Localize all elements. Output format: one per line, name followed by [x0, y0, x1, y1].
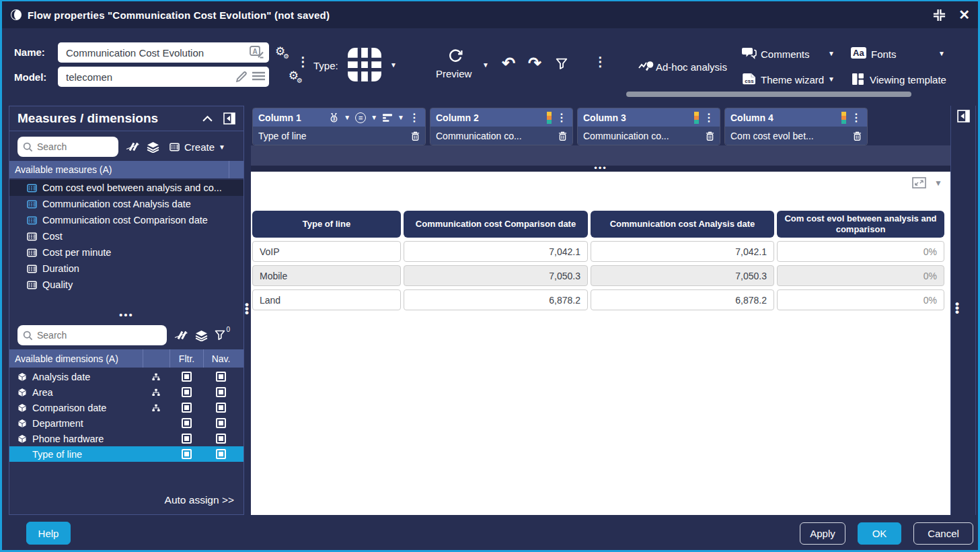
nav-checkbox[interactable] — [216, 387, 226, 397]
comments-icon[interactable] — [742, 47, 757, 60]
ranking-caret-icon[interactable]: ▼ — [344, 114, 350, 121]
theme-wizard-css-icon[interactable]: css — [742, 73, 757, 85]
panel-collapse-left-icon[interactable] — [223, 112, 235, 125]
dimensions-layers-icon[interactable] — [195, 330, 208, 341]
column-chip[interactable]: Column 3 ⋮ Communication co... — [577, 108, 720, 145]
nav-checkbox[interactable] — [216, 434, 226, 444]
preview-refresh-icon[interactable] — [447, 47, 463, 63]
color-scale-icon[interactable] — [841, 112, 846, 124]
ok-button[interactable]: OK — [858, 522, 901, 545]
toolbar-horizontal-scrollbar[interactable] — [626, 92, 911, 97]
trash-icon[interactable] — [853, 131, 862, 141]
fltr-checkbox[interactable] — [182, 449, 192, 459]
nav-checkbox[interactable] — [216, 403, 226, 413]
cancel-button[interactable]: Cancel — [913, 522, 973, 545]
aggregation-icon[interactable]: = — [355, 112, 366, 123]
adhoc-analysis-icon[interactable] — [638, 59, 656, 73]
hide-unused-measures-icon[interactable] — [125, 141, 140, 152]
list-item[interactable]: Cost per minute — [9, 244, 243, 261]
list-item[interactable]: Comparison date — [9, 400, 243, 415]
close-icon[interactable]: ✕ — [958, 8, 970, 22]
preview-options-caret-icon[interactable]: ▼ — [934, 178, 942, 188]
fonts-button[interactable]: Fonts — [871, 48, 897, 60]
trash-icon[interactable] — [706, 131, 714, 141]
comments-caret-icon[interactable]: ▼ — [828, 50, 835, 57]
theme-wizard-button[interactable]: Theme wizard — [761, 74, 824, 85]
translate-icon[interactable]: A — [250, 46, 264, 59]
list-item[interactable]: Communication cost Analysis date — [9, 196, 243, 212]
fltr-checkbox[interactable] — [182, 387, 192, 397]
create-measure-button[interactable]: Create ▼ — [169, 141, 225, 153]
adhoc-analysis-button[interactable]: Ad-hoc analysis — [656, 61, 727, 73]
fltr-checkbox[interactable] — [182, 418, 192, 428]
right-vertical-splitter-handle[interactable]: ••• — [955, 302, 959, 314]
color-scale-icon[interactable] — [547, 112, 552, 124]
theme-wizard-caret-icon[interactable]: ▼ — [828, 75, 835, 83]
list-item-selected[interactable]: Type of line — [9, 446, 243, 462]
hierarchy-icon[interactable] — [151, 372, 161, 382]
trash-icon[interactable] — [558, 131, 567, 141]
column-menu-icon[interactable]: ⋮ — [556, 112, 567, 123]
panel-collapse-up-icon[interactable] — [202, 116, 213, 122]
nav-checkbox[interactable] — [216, 372, 226, 382]
collapse-right-panel-icon[interactable] — [957, 110, 970, 123]
create-caret-icon[interactable]: ▼ — [219, 143, 225, 151]
name-input[interactable] — [58, 42, 269, 63]
fltr-checkbox[interactable] — [182, 372, 192, 382]
flow-type-grid-icon[interactable] — [347, 47, 382, 82]
dimensions-filter-icon[interactable]: 0 — [215, 329, 225, 341]
column-menu-icon[interactable]: ⋮ — [851, 112, 862, 123]
measures-search-input[interactable] — [37, 141, 104, 152]
column-chip[interactable]: Column 4 ⋮ Com cost evol bet... — [724, 108, 868, 145]
hide-unused-dimensions-icon[interactable] — [174, 330, 188, 341]
fonts-caret-icon[interactable]: ▼ — [938, 50, 945, 57]
help-button[interactable]: Help — [26, 522, 71, 545]
color-scale-icon[interactable] — [694, 112, 699, 124]
nav-checkbox[interactable] — [216, 418, 226, 428]
form-more-menu-icon[interactable]: ⋮ — [297, 55, 309, 68]
edit-model-icon[interactable] — [235, 70, 248, 83]
fonts-aa-icon[interactable]: Aa — [851, 47, 866, 59]
trash-icon[interactable] — [411, 131, 420, 141]
fltr-checkbox[interactable] — [182, 434, 192, 444]
ranking-medal-icon[interactable]: 3 — [329, 112, 339, 123]
column-menu-icon[interactable]: ⋮ — [704, 112, 714, 123]
left-vertical-splitter-handle[interactable]: ••• — [245, 303, 249, 315]
list-item[interactable]: Cost — [9, 228, 243, 244]
column-chip[interactable]: Column 2 ⋮ Communication co... — [430, 108, 573, 145]
list-item[interactable]: Communication cost Comparison date — [9, 212, 243, 228]
list-item[interactable]: Duration — [9, 261, 243, 277]
viewing-template-icon[interactable] — [852, 73, 864, 85]
preview-splitter-handle[interactable]: ••• — [251, 166, 950, 172]
list-item[interactable]: Quality — [9, 277, 243, 293]
sort-caret-icon[interactable]: ▼ — [398, 114, 404, 121]
model-list-icon[interactable] — [252, 71, 265, 81]
list-item[interactable]: Analysis date — [9, 369, 243, 384]
expand-preview-icon[interactable] — [912, 177, 926, 188]
aggregation-caret-icon[interactable]: ▼ — [371, 114, 377, 121]
preview-button[interactable]: Preview — [436, 68, 472, 79]
list-item[interactable]: Department — [9, 415, 243, 431]
undo-icon[interactable]: ↶ — [502, 54, 515, 73]
list-item[interactable]: Area — [9, 384, 243, 400]
nav-checkbox[interactable] — [216, 449, 226, 459]
preview-caret-icon[interactable]: ▼ — [482, 61, 489, 69]
flow-type-caret-icon[interactable]: ▼ — [390, 61, 397, 69]
toolbar-more-menu-icon[interactable]: ⋮ — [594, 55, 607, 68]
name-settings-gears-icon[interactable]: ⚙⚙ — [275, 45, 285, 58]
list-item[interactable]: Com cost evol between analysis and co... — [9, 180, 243, 196]
hierarchy-icon[interactable] — [151, 388, 161, 397]
hierarchy-icon[interactable] — [151, 403, 161, 413]
sort-icon[interactable] — [382, 113, 393, 123]
model-settings-gears-icon[interactable]: ⚙⚙ — [289, 69, 299, 82]
comments-button[interactable]: Comments — [761, 48, 810, 60]
dimensions-search-input[interactable] — [37, 330, 151, 341]
measures-layers-icon[interactable] — [147, 141, 159, 153]
column-menu-icon[interactable]: ⋮ — [409, 112, 420, 123]
filter-icon[interactable] — [556, 57, 568, 71]
apply-button[interactable]: Apply — [800, 522, 845, 545]
restore-window-icon[interactable] — [932, 8, 946, 22]
list-item[interactable]: Phone hardware — [9, 431, 243, 446]
panel-splitter-handle[interactable]: ••• — [9, 310, 243, 322]
viewing-template-button[interactable]: Viewing template — [870, 74, 946, 85]
